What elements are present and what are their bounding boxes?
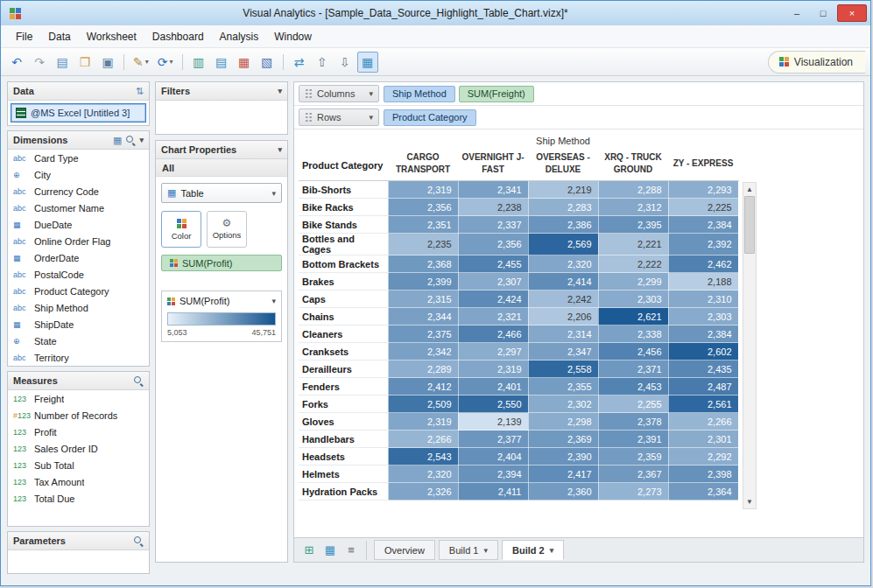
table-cell[interactable]: 2,356 [458, 234, 528, 256]
dimension-currency-code[interactable]: abcCurrency Code [8, 183, 149, 200]
search-icon[interactable] [125, 135, 136, 145]
tab-build-1[interactable]: Build 1▾ [439, 540, 498, 560]
table-cell[interactable]: 2,367 [598, 466, 668, 483]
table-cell[interactable]: 2,398 [668, 466, 738, 483]
table-cell[interactable]: 2,399 [388, 273, 458, 290]
table-cell[interactable]: 2,266 [668, 413, 738, 430]
table-cell[interactable]: 2,219 [528, 181, 598, 199]
chart-type-select[interactable]: ▦ Table ▾ [161, 183, 282, 203]
tab-build-2[interactable]: Build 2▾ [502, 540, 564, 560]
table-cell[interactable]: 2,558 [528, 360, 598, 378]
table-cell[interactable]: 2,371 [598, 360, 668, 378]
table-cell[interactable]: 2,206 [528, 308, 598, 326]
table-cell[interactable]: 2,297 [458, 343, 528, 360]
table-cell[interactable]: 2,456 [598, 343, 668, 360]
options-button[interactable]: ⚙ Options [207, 211, 247, 248]
dimension-territory[interactable]: abcTerritory [8, 349, 149, 366]
data-source-item[interactable]: @MS Excel [Untitled 3] [11, 103, 146, 122]
table-cell[interactable]: 2,303 [668, 308, 738, 326]
table-cell[interactable]: 2,319 [388, 181, 458, 199]
table-cell[interactable]: 2,273 [598, 483, 668, 500]
table-cell[interactable]: 2,235 [388, 234, 458, 256]
dimension-online-order-flag[interactable]: abcOnline Order Flag [8, 233, 149, 249]
dimension-ship-method[interactable]: abcShip Method [8, 299, 149, 316]
table-cell[interactable]: 2,359 [598, 448, 668, 466]
table-cell[interactable]: 2,238 [458, 199, 528, 216]
table-cell[interactable]: 2,326 [388, 483, 458, 500]
marks-sum-profit-pill[interactable]: SUM(Profit) [161, 255, 282, 271]
sort-ascending-icon[interactable]: ⇧ [312, 52, 333, 73]
table-cell[interactable]: 2,487 [668, 378, 738, 396]
table-cell[interactable]: 2,411 [458, 483, 528, 500]
table-cell[interactable]: 2,621 [598, 308, 668, 326]
minimize-button[interactable]: – [785, 4, 809, 22]
table-cell[interactable]: 2,320 [388, 466, 458, 483]
table-cell[interactable]: 2,301 [668, 430, 738, 448]
table-cell[interactable]: 2,369 [528, 430, 598, 448]
visualization-toggle[interactable]: Visualization [768, 51, 865, 74]
table-cell[interactable]: 2,302 [528, 396, 598, 413]
table-cell[interactable]: 2,404 [458, 448, 528, 466]
table-cell[interactable]: 2,344 [388, 308, 458, 326]
table-cell[interactable]: 2,312 [598, 199, 668, 216]
table-cell[interactable]: 2,292 [668, 448, 738, 466]
chart-properties-header[interactable]: Chart Properties ▾ [156, 141, 287, 159]
color-button[interactable]: Color [161, 211, 201, 248]
table-cell[interactable]: 2,221 [598, 234, 668, 256]
measure-sales-order-id[interactable]: 123Sales Order ID [8, 440, 149, 457]
table-cell[interactable]: 2,386 [528, 216, 598, 234]
table-cell[interactable]: 2,401 [458, 378, 528, 396]
menu-item-worksheet[interactable]: Worksheet [79, 27, 144, 46]
measure-profit[interactable]: 123Profit [8, 424, 149, 440]
scrollbar-thumb[interactable] [744, 196, 755, 254]
table-cell[interactable]: 2,293 [668, 181, 738, 199]
columns-shelf-chip[interactable]: Columns ▾ [299, 85, 379, 102]
dimension-product-category[interactable]: abcProduct Category [8, 283, 149, 299]
highlight-table-icon[interactable]: ▦ [357, 52, 378, 73]
swap-axes-icon[interactable]: ⇄ [289, 52, 310, 73]
dimension-shipdate[interactable]: ▦ShipDate [8, 316, 149, 332]
table-cell[interactable]: 2,424 [458, 290, 528, 308]
table-cell[interactable]: 2,351 [388, 216, 458, 234]
scroll-down-icon[interactable]: ▼ [743, 495, 756, 508]
table-cell[interactable]: 2,321 [458, 308, 528, 326]
table-cell[interactable]: 2,543 [388, 448, 458, 466]
search-icon[interactable] [133, 375, 144, 386]
rows-shelf-chip[interactable]: Rows ▾ [299, 108, 379, 126]
table-cell[interactable]: 2,391 [598, 430, 668, 448]
table-cell[interactable]: 2,188 [668, 273, 738, 290]
vertical-scrollbar[interactable]: ▲ ▼ [743, 182, 757, 509]
dimension-card-type[interactable]: abcCard Type [8, 150, 149, 166]
view-grid-icon[interactable]: ▦ [113, 135, 122, 146]
table-cell[interactable]: 2,319 [458, 360, 528, 378]
chart-grid-icon[interactable]: ▧ [257, 52, 278, 73]
refresh-icon[interactable]: ⟳▾ [154, 52, 177, 73]
table-cell[interactable]: 2,303 [598, 290, 668, 308]
menu-item-window[interactable]: Window [266, 27, 320, 46]
table-cell[interactable]: 2,289 [388, 360, 458, 378]
filters-header[interactable]: Filters ▾ [156, 82, 287, 101]
table-cell[interactable]: 2,315 [388, 290, 458, 308]
color-legend-header[interactable]: SUM(Profit) ▾ [162, 291, 281, 311]
menu-item-analysis[interactable]: Analysis [212, 27, 267, 46]
tab-overview[interactable]: Overview [374, 540, 435, 560]
table-cell[interactable]: 2,337 [458, 216, 528, 234]
redo-icon[interactable]: ↷ [29, 52, 50, 73]
dimension-customer-name[interactable]: abcCustomer Name [8, 200, 149, 216]
table-cell[interactable]: 2,283 [528, 199, 598, 216]
table-cell[interactable]: 2,266 [388, 430, 458, 448]
table-cell[interactable]: 2,288 [598, 181, 668, 199]
table-cell[interactable]: 2,139 [458, 413, 528, 430]
undo-icon[interactable]: ↶ [6, 52, 27, 73]
table-cell[interactable]: 2,338 [598, 326, 668, 343]
table-cell[interactable]: 2,602 [668, 343, 738, 360]
table-cell[interactable]: 2,509 [388, 396, 458, 413]
table-cell[interactable]: 2,395 [598, 216, 668, 234]
table-cell[interactable]: 2,377 [458, 430, 528, 448]
new-workbook-icon[interactable]: ▤ [52, 52, 73, 73]
pill-sum-freight[interactable]: SUM(Freight) [459, 86, 534, 102]
table-cell[interactable]: 2,310 [668, 290, 738, 308]
measure-tax-amount[interactable]: 123Tax Amount [8, 473, 149, 490]
menu-item-file[interactable]: File [8, 27, 40, 46]
table-cell[interactable]: 2,378 [598, 413, 668, 430]
